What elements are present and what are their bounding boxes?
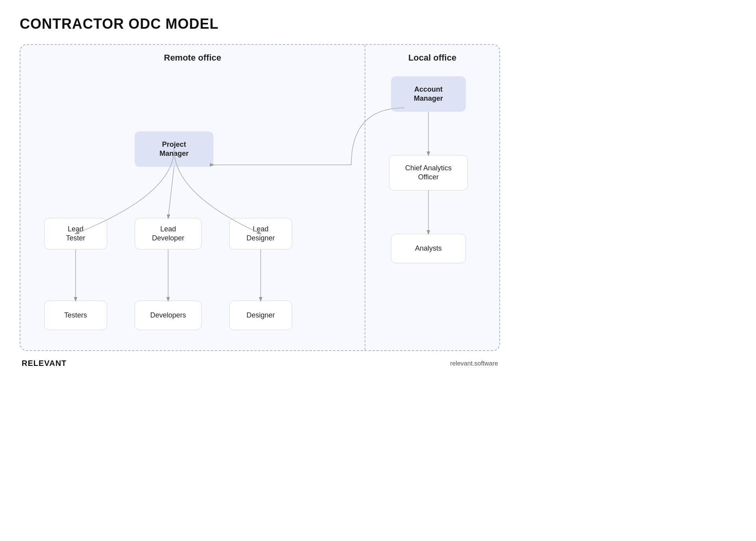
node-designer: Designer <box>229 301 292 330</box>
footer-brand: RELEVANT <box>22 359 67 368</box>
node-developers: Developers <box>135 301 202 330</box>
node-analysts: Analysts <box>391 234 466 263</box>
local-panel: Local office Account Manager Chief Analy… <box>365 45 499 350</box>
remote-panel-title: Remote office <box>32 53 353 63</box>
svg-line-0 <box>168 167 174 218</box>
node-lead-developer: Lead Developer <box>135 218 202 249</box>
node-lead-tester: Lead Tester <box>44 218 107 249</box>
node-project-manager: Project Manager <box>135 131 213 167</box>
node-account-manager: Account Manager <box>391 76 466 112</box>
diagram-container: Remote office Project Manager Lead Teste… <box>20 44 500 351</box>
local-panel-title: Local office <box>377 53 487 63</box>
footer: RELEVANT relevant.software <box>20 359 500 368</box>
remote-panel: Remote office Project Manager Lead Teste… <box>20 45 365 350</box>
page-title: CONTRACTOR ODC MODEL <box>20 16 500 32</box>
node-lead-designer: Lead Designer <box>229 218 292 249</box>
footer-url: relevant.software <box>450 360 498 367</box>
node-cao: Chief Analytics Officer <box>389 155 468 190</box>
node-testers: Testers <box>44 301 107 330</box>
